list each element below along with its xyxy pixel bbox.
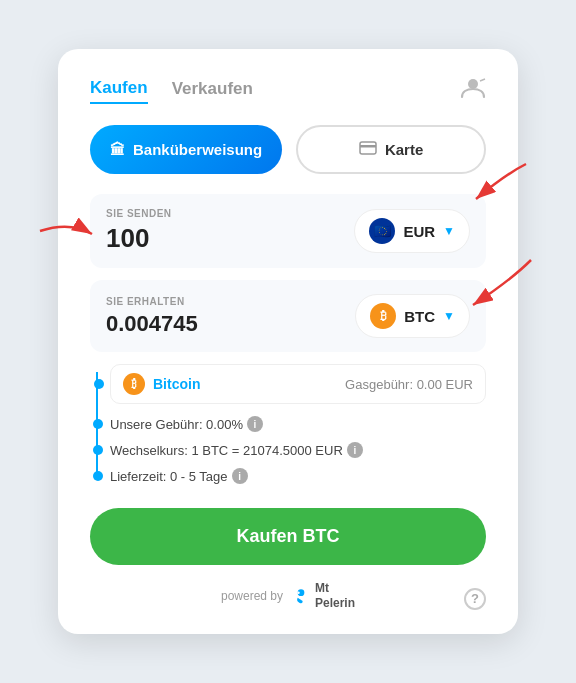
receive-section: SIE ERHALTEN ₿ BTC ▼ [90,280,486,352]
receive-label: SIE ERHALTEN [106,296,246,307]
arrow-to-input [40,216,100,246]
receive-input-group: SIE ERHALTEN [106,296,246,337]
gas-fee: Gasgebühr: 0.00 EUR [345,377,473,392]
svg-rect-3 [360,145,376,148]
bank-icon: 🏛 [110,141,125,158]
exchange-info-icon[interactable]: i [347,442,363,458]
card-label: Karte [385,141,423,158]
tabs: Kaufen Verkaufen [90,78,253,104]
exchange-item: Wechselkurs: 1 BTC = 21074.5000 EUR i [110,442,486,458]
eur-flag: 🇪🇺 [369,218,395,244]
header: Kaufen Verkaufen [90,77,486,105]
send-input-group: SIE SENDEN [106,208,246,254]
btc-chevron-icon: ▼ [443,309,455,323]
card-icon [359,141,377,158]
fee-label: Unsere Gebühr: 0.00% [110,417,243,432]
timeline: ₿ Bitcoin Gasgebühr: 0.00 EUR Unsere Geb… [90,364,486,484]
arrow-to-eur [466,164,546,214]
fee-info-icon[interactable]: i [247,416,263,432]
arrow-to-btc [461,260,551,320]
help-icon[interactable]: ? [464,588,486,610]
delivery-info-icon[interactable]: i [232,468,248,484]
eur-currency-selector[interactable]: 🇪🇺 EUR ▼ [354,209,470,253]
btc-small-icon: ₿ [123,373,145,395]
crypto-selector-item[interactable]: ₿ Bitcoin Gasgebühr: 0.00 EUR [110,364,486,404]
send-section: SIE SENDEN 🇪🇺 EUR ▼ [90,194,486,268]
pelerin-icon [291,586,311,606]
exchange-label: Wechselkurs: 1 BTC = 21074.5000 EUR [110,443,343,458]
delivery-item: Lieferzeit: 0 - 5 Tage i [110,468,486,484]
bank-transfer-button[interactable]: 🏛 Banküberweisung [90,125,282,174]
delivery-label: Lieferzeit: 0 - 5 Tage [110,469,228,484]
tab-verkaufen[interactable]: Verkaufen [172,78,253,104]
tab-kaufen[interactable]: Kaufen [90,78,148,104]
payment-methods: 🏛 Banküberweisung Karte [90,125,486,174]
receive-amount-input[interactable] [106,311,246,337]
buy-button[interactable]: Kaufen BTC [90,508,486,565]
card-button[interactable]: Karte [296,125,486,174]
main-card: Kaufen Verkaufen 🏛 Banküberweisung Karte… [58,49,518,634]
btc-code: BTC [404,308,435,325]
crypto-name: Bitcoin [153,376,200,392]
pelerin-logo: MtPelerin [291,581,355,610]
fee-item: Unsere Gebühr: 0.00% i [110,416,486,432]
eur-chevron-icon: ▼ [443,224,455,238]
send-label: SIE SENDEN [106,208,246,219]
svg-rect-2 [360,142,376,154]
bank-label: Banküberweisung [133,141,262,158]
svg-point-0 [468,79,478,89]
btc-flag: ₿ [370,303,396,329]
svg-point-8 [297,591,300,594]
footer: powered by MtPelerin [90,581,486,610]
pelerin-name: MtPelerin [315,581,355,610]
info-section: ₿ Bitcoin Gasgebühr: 0.00 EUR Unsere Geb… [90,364,486,484]
svg-line-1 [480,79,485,81]
send-amount-input[interactable] [106,223,246,254]
eur-code: EUR [403,223,435,240]
btc-currency-selector[interactable]: ₿ BTC ▼ [355,294,470,338]
user-icon[interactable] [460,77,486,105]
powered-by-text: powered by [221,589,283,603]
